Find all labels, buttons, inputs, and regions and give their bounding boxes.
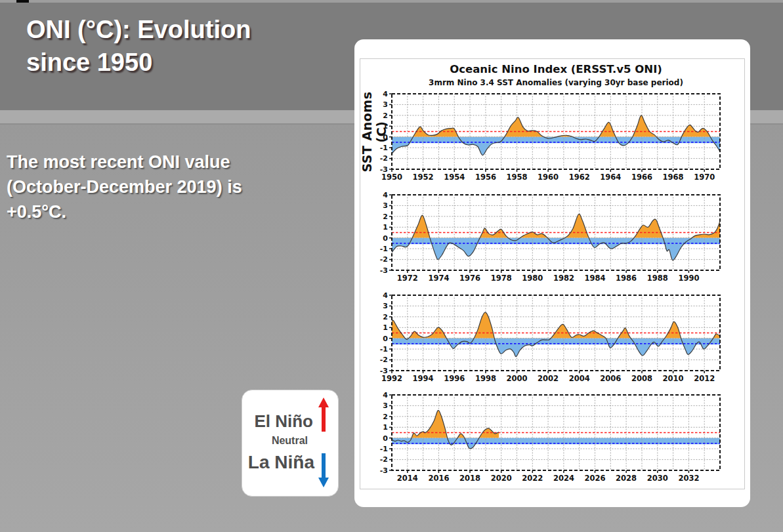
svg-text:-1: -1 bbox=[380, 345, 388, 354]
note-text: The most recent ONI value (October-Decem… bbox=[7, 150, 242, 224]
svg-text:-3: -3 bbox=[380, 266, 388, 275]
svg-text:1976: 1976 bbox=[459, 274, 480, 283]
el-nino-up-arrow-icon bbox=[318, 398, 329, 434]
svg-text:1982: 1982 bbox=[553, 274, 574, 283]
svg-text:2014: 2014 bbox=[397, 474, 418, 483]
svg-text:4: 4 bbox=[383, 391, 388, 399]
svg-text:1990: 1990 bbox=[678, 274, 699, 283]
oni-panel-1992-2013: 43210-1-2-319921994199619982000200220042… bbox=[373, 291, 725, 384]
chart-title: Oceanic Nino Index (ERSST.v5 ONI) bbox=[392, 63, 720, 75]
svg-text:-1: -1 bbox=[380, 144, 388, 152]
svg-text:-1: -1 bbox=[380, 245, 388, 253]
oni-panel-1971-1992: 43210-1-2-319721974197619781980198219841… bbox=[373, 191, 725, 284]
svg-text:1986: 1986 bbox=[616, 274, 637, 283]
svg-text:2000: 2000 bbox=[506, 374, 527, 383]
svg-text:1994: 1994 bbox=[413, 374, 434, 383]
svg-text:-3: -3 bbox=[380, 466, 388, 475]
svg-text:3: 3 bbox=[383, 302, 388, 310]
svg-text:2030: 2030 bbox=[647, 474, 668, 483]
oni-chart-image: Oceanic Nino Index (ERSST.v5 ONI) 3mrm N… bbox=[360, 58, 745, 489]
svg-text:2020: 2020 bbox=[491, 474, 512, 483]
la-nina-label: La Niña bbox=[248, 452, 314, 473]
svg-text:2: 2 bbox=[383, 413, 388, 421]
svg-text:-2: -2 bbox=[380, 356, 388, 364]
svg-text:2016: 2016 bbox=[428, 474, 449, 483]
svg-text:1966: 1966 bbox=[631, 173, 652, 182]
svg-text:1984: 1984 bbox=[584, 274, 605, 283]
svg-text:2026: 2026 bbox=[584, 474, 605, 483]
svg-text:0: 0 bbox=[383, 133, 388, 142]
svg-text:3: 3 bbox=[383, 401, 388, 410]
svg-text:1970: 1970 bbox=[694, 173, 715, 182]
svg-text:2028: 2028 bbox=[616, 474, 637, 483]
svg-text:3: 3 bbox=[383, 100, 388, 109]
svg-text:-1: -1 bbox=[380, 445, 388, 453]
enso-legend-box: El Niño Neutral La Niña bbox=[242, 390, 339, 497]
svg-text:1950: 1950 bbox=[381, 173, 402, 182]
svg-text:2: 2 bbox=[383, 112, 388, 120]
svg-text:1980: 1980 bbox=[522, 274, 543, 283]
svg-text:1978: 1978 bbox=[491, 274, 512, 283]
svg-text:2022: 2022 bbox=[522, 474, 543, 483]
svg-text:1996: 1996 bbox=[444, 374, 465, 383]
svg-text:-2: -2 bbox=[380, 455, 388, 464]
svg-text:1: 1 bbox=[383, 223, 388, 232]
el-nino-label: El Niño bbox=[254, 411, 313, 432]
svg-text:4: 4 bbox=[383, 191, 388, 199]
slide-title: ONI (°C): Evolution since 1950 bbox=[26, 13, 251, 79]
svg-text:1974: 1974 bbox=[428, 274, 449, 283]
svg-text:4: 4 bbox=[383, 291, 388, 300]
svg-text:0: 0 bbox=[383, 234, 388, 243]
note-line-3: +0.5°C. bbox=[7, 199, 242, 224]
note-line-1: The most recent ONI value bbox=[7, 150, 242, 174]
oni-panel-2013-2034: 43210-1-2-320142016201820202022202420262… bbox=[373, 391, 725, 484]
svg-text:1: 1 bbox=[383, 323, 388, 332]
note-line-2: (October-December 2019) is bbox=[7, 174, 242, 199]
svg-text:2: 2 bbox=[383, 213, 388, 221]
svg-text:1958: 1958 bbox=[506, 173, 527, 182]
svg-text:1988: 1988 bbox=[647, 274, 668, 283]
svg-text:1972: 1972 bbox=[397, 274, 418, 283]
svg-text:1960: 1960 bbox=[538, 173, 559, 182]
slide-title-line-2: since 1950 bbox=[26, 46, 251, 79]
la-nina-down-arrow-icon bbox=[318, 453, 329, 490]
svg-text:0: 0 bbox=[383, 335, 388, 343]
svg-text:2024: 2024 bbox=[553, 474, 574, 483]
chart-card: Oceanic Nino Index (ERSST.v5 ONI) 3mrm N… bbox=[354, 39, 750, 507]
slide-title-line-1: ONI (°C): Evolution bbox=[26, 13, 251, 46]
svg-text:1964: 1964 bbox=[600, 173, 621, 182]
svg-text:1: 1 bbox=[383, 122, 388, 131]
svg-text:2004: 2004 bbox=[569, 374, 590, 383]
svg-text:1962: 1962 bbox=[569, 173, 590, 182]
svg-text:2008: 2008 bbox=[631, 374, 652, 383]
svg-text:2012: 2012 bbox=[694, 374, 715, 383]
svg-text:2002: 2002 bbox=[538, 374, 559, 383]
svg-text:0: 0 bbox=[383, 434, 388, 443]
svg-text:2: 2 bbox=[383, 313, 388, 321]
svg-text:2010: 2010 bbox=[663, 374, 684, 383]
neutral-label: Neutral bbox=[272, 435, 308, 447]
svg-text:1954: 1954 bbox=[444, 173, 465, 182]
oni-panel-1950-1971: 43210-1-2-319501952195419561958196019621… bbox=[373, 90, 725, 183]
svg-text:4: 4 bbox=[383, 90, 388, 98]
chart-subtitle: 3mrm Nino 3.4 SST Anomalies (varying 30y… bbox=[392, 78, 720, 87]
svg-text:3: 3 bbox=[383, 201, 388, 210]
svg-text:-2: -2 bbox=[380, 154, 388, 163]
svg-text:1998: 1998 bbox=[475, 374, 496, 383]
svg-text:2018: 2018 bbox=[459, 474, 480, 483]
svg-text:1956: 1956 bbox=[475, 173, 496, 182]
svg-text:2032: 2032 bbox=[678, 474, 699, 483]
svg-text:1952: 1952 bbox=[413, 173, 434, 182]
y-axis-label: SST Anoms (C) bbox=[360, 89, 374, 174]
svg-text:1992: 1992 bbox=[381, 374, 402, 383]
svg-text:2006: 2006 bbox=[600, 374, 621, 383]
svg-text:1: 1 bbox=[383, 423, 388, 432]
slide-root: ONI (°C): Evolution since 1950 The most … bbox=[0, 0, 783, 532]
svg-text:-2: -2 bbox=[380, 255, 388, 264]
svg-text:1968: 1968 bbox=[663, 173, 684, 182]
